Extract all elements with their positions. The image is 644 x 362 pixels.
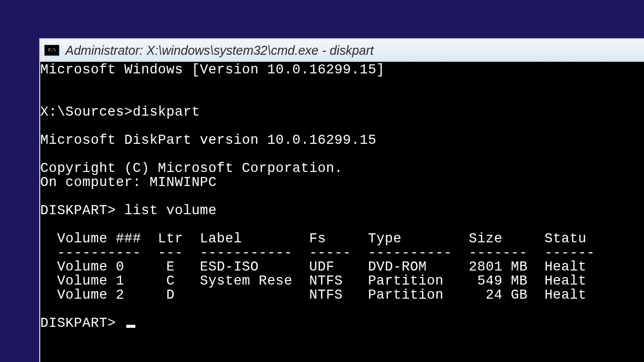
- dp-prompt-1: DISKPART>: [40, 203, 116, 218]
- dp-command: list volume: [124, 203, 217, 218]
- hdr-label: Label: [200, 231, 242, 246]
- entered-command: diskpart: [133, 105, 200, 120]
- cmd-icon[interactable]: [44, 45, 59, 56]
- dp-prompt-2: DISKPART>: [40, 316, 116, 331]
- diskpart-banner: Microsoft DiskPart version 10.0.16299.15: [40, 133, 376, 148]
- hdr-fs: Fs: [309, 231, 326, 246]
- hdr-status: Statu: [544, 231, 587, 246]
- cwd-prompt: X:\Sources>: [40, 105, 133, 120]
- terminal[interactable]: Microsoft Windows [Version 10.0.16299.15…: [40, 62, 644, 362]
- computer-line: On computer: MINWINPC: [40, 175, 217, 190]
- cursor: [126, 325, 135, 328]
- cmd-window: Administrator: X:\windows\system32\cmd.e…: [39, 38, 644, 362]
- volume-rows: Volume 0 E ESD-ISO UDF DVD-ROM 2801 MB H…: [40, 259, 587, 303]
- table-header-row: Volume ### Ltr Label Fs Type Size Statu: [40, 231, 587, 246]
- hdr-ltr: Ltr: [158, 231, 183, 246]
- os-banner: Microsoft Windows [Version 10.0.16299.15…: [40, 62, 385, 77]
- hdr-volnum: Volume ###: [57, 231, 141, 246]
- table-dash-row: ---------- --- ----------- ----- -------…: [40, 245, 595, 260]
- window-title: Administrator: X:\windows\system32\cmd.e…: [65, 43, 374, 58]
- copyright-line: Copyright (C) Microsoft Corporation.: [40, 161, 343, 176]
- terminal-output[interactable]: Microsoft Windows [Version 10.0.16299.15…: [40, 62, 644, 330]
- hdr-size: Size: [469, 231, 503, 246]
- titlebar[interactable]: Administrator: X:\windows\system32\cmd.e…: [40, 39, 644, 62]
- desktop: Administrator: X:\windows\system32\cmd.e…: [0, 0, 644, 362]
- hdr-type: Type: [368, 231, 401, 246]
